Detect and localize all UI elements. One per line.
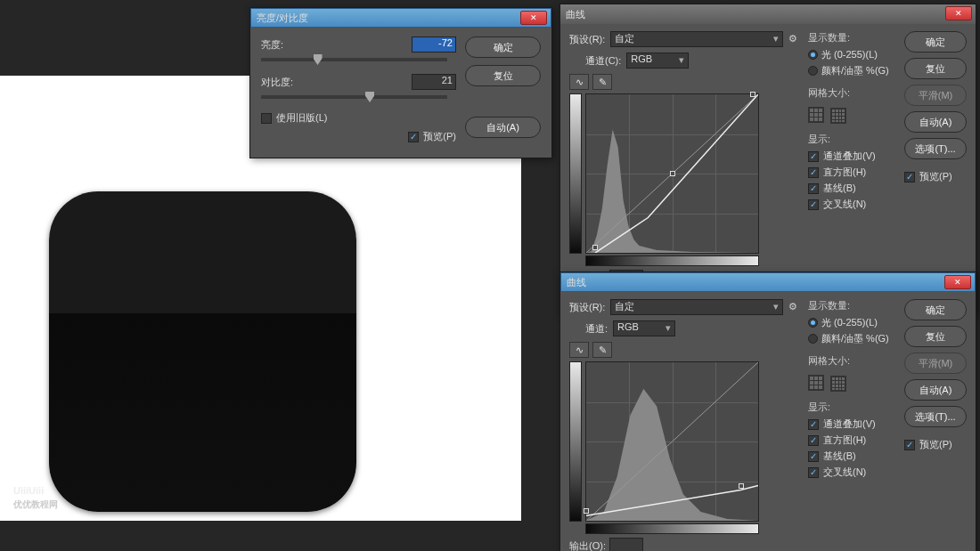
dialog-title: 曲线 xyxy=(566,8,585,21)
curves-dialog-1: 曲线 ✕ 预设(R): 自定 ⚙ 通道(C): RGB ∿ ✎ xyxy=(559,4,976,315)
gear-icon[interactable]: ⚙ xyxy=(788,33,801,45)
auto-button[interactable]: 自动(A) xyxy=(904,111,967,133)
preview-label: 预览(P) xyxy=(423,130,456,143)
svg-line-3 xyxy=(586,362,758,521)
brightness-slider[interactable] xyxy=(261,58,447,61)
pigment-radio[interactable] xyxy=(808,66,818,76)
preview-checkbox[interactable] xyxy=(904,172,915,182)
grid-size-label: 网格大小: xyxy=(808,354,897,368)
intersection-checkbox[interactable] xyxy=(808,467,819,478)
baseline-checkbox[interactable] xyxy=(808,451,819,462)
brightness-contrast-dialog: 亮度/对比度 ✕ 亮度: -72 对比度: 21 使用旧版(L) 预览(P) xyxy=(249,7,552,158)
contrast-slider[interactable] xyxy=(261,95,447,99)
brightness-label: 亮度: xyxy=(261,38,310,52)
curves-graph[interactable] xyxy=(585,361,759,522)
close-icon[interactable]: ✕ xyxy=(520,11,547,25)
channel-label: 通道: xyxy=(585,322,608,336)
curve-tool-icon[interactable]: ∿ xyxy=(569,342,589,358)
contrast-input[interactable]: 21 xyxy=(412,74,456,90)
channel-select[interactable]: RGB xyxy=(613,320,675,336)
preset-select[interactable]: 自定 xyxy=(610,299,783,315)
preset-label: 预设(R): xyxy=(569,33,605,46)
dialog-title: 曲线 xyxy=(567,276,586,289)
dialog-titlebar[interactable]: 曲线 ✕ xyxy=(560,4,976,24)
show-label: 显示: xyxy=(808,133,897,146)
intersection-checkbox[interactable] xyxy=(808,199,819,210)
preview-checkbox[interactable] xyxy=(408,132,419,142)
preset-label: 预设(R): xyxy=(569,301,605,314)
curve-tool-icon[interactable]: ∿ xyxy=(569,74,589,90)
options-button[interactable]: 选项(T)... xyxy=(904,138,967,159)
grid-coarse-icon[interactable] xyxy=(808,375,824,391)
dialog-title: 亮度/对比度 xyxy=(257,12,308,25)
dialog-titlebar[interactable]: 亮度/对比度 ✕ xyxy=(250,8,551,28)
preview-checkbox[interactable] xyxy=(904,440,915,450)
ok-button[interactable]: 确定 xyxy=(465,36,541,58)
channel-label: 通道(C): xyxy=(585,54,621,68)
grid-size-label: 网格大小: xyxy=(808,86,897,100)
curves-graph[interactable] xyxy=(585,93,759,254)
artwork-icon xyxy=(49,191,356,512)
pencil-tool-icon[interactable]: ✎ xyxy=(592,74,612,90)
gear-icon[interactable]: ⚙ xyxy=(788,301,801,313)
watermark: UiiiUiii 优优教程网 xyxy=(13,480,58,511)
histogram-checkbox[interactable] xyxy=(808,435,819,446)
reset-button[interactable]: 复位 xyxy=(904,58,967,79)
output-gradient xyxy=(569,361,582,522)
auto-button[interactable]: 自动(A) xyxy=(904,379,967,401)
histogram-checkbox[interactable] xyxy=(808,167,819,178)
use-legacy-checkbox[interactable] xyxy=(261,113,272,124)
close-icon[interactable]: ✕ xyxy=(945,6,972,20)
grid-coarse-icon[interactable] xyxy=(808,107,824,123)
input-gradient xyxy=(585,255,759,266)
smooth-button: 平滑(M) xyxy=(904,85,967,106)
close-icon[interactable]: ✕ xyxy=(944,275,971,289)
reset-button[interactable]: 复位 xyxy=(904,326,967,347)
options-button[interactable]: 选项(T)... xyxy=(904,406,967,427)
auto-button[interactable]: 自动(A) xyxy=(465,117,541,138)
dialog-titlebar[interactable]: 曲线 ✕ xyxy=(560,272,976,292)
watermark-sub: 优优教程网 xyxy=(13,498,58,511)
brightness-input[interactable]: -72 xyxy=(412,36,456,53)
display-amount-label: 显示数量: xyxy=(808,31,897,45)
grid-fine-icon[interactable] xyxy=(830,108,846,124)
output-label: 输出(O): xyxy=(569,539,606,552)
output-gradient xyxy=(569,93,582,254)
pigment-radio[interactable] xyxy=(808,334,818,344)
show-label: 显示: xyxy=(808,401,897,414)
light-radio[interactable] xyxy=(808,318,818,328)
pencil-tool-icon[interactable]: ✎ xyxy=(592,342,612,358)
baseline-checkbox[interactable] xyxy=(808,183,819,194)
output-input[interactable] xyxy=(609,538,643,551)
grid-fine-icon[interactable] xyxy=(830,376,846,392)
contrast-label: 对比度: xyxy=(261,76,310,89)
overlay-checkbox[interactable] xyxy=(808,419,819,430)
overlay-checkbox[interactable] xyxy=(808,151,819,162)
reset-button[interactable]: 复位 xyxy=(465,65,541,86)
watermark-brand: UiiiUiii xyxy=(13,485,44,496)
smooth-button: 平滑(M) xyxy=(904,352,967,374)
preset-select[interactable]: 自定 xyxy=(610,31,783,47)
curves-dialog-2: 曲线 ✕ 预设(R): 自定 ⚙ 通道: RGB ∿ ✎ xyxy=(559,271,976,551)
display-amount-label: 显示数量: xyxy=(808,299,897,312)
channel-select[interactable]: RGB xyxy=(626,53,689,69)
light-radio[interactable] xyxy=(808,50,818,60)
ok-button[interactable]: 确定 xyxy=(904,299,967,320)
use-legacy-label: 使用旧版(L) xyxy=(276,111,327,125)
ok-button[interactable]: 确定 xyxy=(904,31,967,53)
input-gradient xyxy=(585,523,759,534)
